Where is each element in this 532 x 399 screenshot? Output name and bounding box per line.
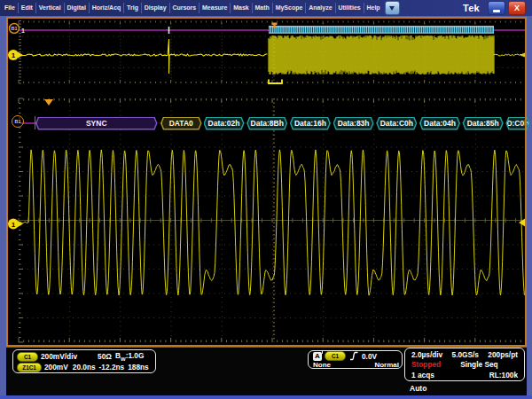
readout-row: 2.0µs/div 5.0GS/s 200ps/pt bbox=[411, 349, 518, 360]
bus-decode-label: Data:85h bbox=[464, 118, 502, 129]
acq-sequence: Single Seq bbox=[460, 360, 497, 369]
trigger-level: 0.0V bbox=[362, 352, 377, 361]
menu-right-group: Tek X bbox=[385, 0, 532, 16]
menu-item-math[interactable]: Math bbox=[253, 0, 272, 16]
bus-decode-box-data-83h[interactable]: Data:83h bbox=[333, 117, 374, 130]
readout-row: None Normal bbox=[313, 361, 399, 369]
bus-decode-label: D:C0h bbox=[507, 118, 528, 129]
bus-decode-label: Data:04h bbox=[421, 118, 459, 129]
acq-state: Stopped bbox=[411, 360, 441, 369]
menu-item-cursors[interactable]: Cursors bbox=[170, 0, 200, 16]
horizontal-readout-box[interactable]: 2.0µs/div 5.0GS/s 200ps/pt Stopped Singl… bbox=[404, 348, 525, 381]
acq-count: 1 acqs bbox=[411, 371, 434, 379]
trigger-readout-box[interactable]: A C1 0.0V None Normal bbox=[308, 350, 403, 369]
channel-readout-box[interactable]: C1 200mV/div 50Ω BW:1.0G Z1C1 200mV 20.0… bbox=[12, 349, 156, 373]
minimize-button[interactable] bbox=[488, 1, 505, 15]
scope-display: B1111 B1 SYNCDATA0Data:02hData:8BhData:1… bbox=[6, 17, 527, 347]
menu-dropdown-button[interactable] bbox=[385, 1, 400, 15]
rising-edge-icon bbox=[349, 351, 359, 361]
bus-decode-label: SYNC bbox=[37, 118, 157, 129]
menu-items-group: FileEditVerticalDigitalHoriz/AcqTrigDisp… bbox=[0, 0, 383, 16]
readout-row: A C1 0.0V bbox=[313, 352, 399, 362]
ch1-scale: 200mV/div bbox=[41, 352, 77, 361]
bus-decode-label: Data:83h bbox=[334, 118, 372, 129]
rising-edge-path bbox=[350, 353, 358, 360]
chevron-down-icon bbox=[389, 6, 395, 11]
overview-b1-label: B1 bbox=[11, 26, 17, 31]
bus-decode-box-data-8bh[interactable]: Data:8Bh bbox=[246, 117, 287, 130]
overview-baseline-trace bbox=[19, 39, 268, 74]
overview-burst bbox=[269, 35, 494, 74]
close-button[interactable]: X bbox=[508, 1, 526, 15]
horiz-scale: 2.0µs/div bbox=[411, 350, 442, 359]
menu-item-utilities[interactable]: Utilities bbox=[336, 0, 364, 16]
readout-row: Z1C1 200mV 20.0ns -12.2ns 188ns bbox=[17, 362, 152, 372]
bus-decode-box-data-04h[interactable]: Data:04h bbox=[419, 117, 460, 130]
trigger-a-icon: A bbox=[313, 352, 322, 361]
close-icon: X bbox=[514, 4, 520, 12]
scope-graticule-svg: B1111 bbox=[6, 17, 527, 347]
oscilloscope-app: { "menu": { "items": ["File","Edit","Ver… bbox=[0, 0, 532, 399]
zoom-scale: 200mV bbox=[44, 363, 68, 372]
bus-decode-box-data-85h[interactable]: Data:85h bbox=[463, 117, 504, 130]
menu-item-analyze[interactable]: Analyze bbox=[306, 0, 334, 16]
zoom-t3: 188ns bbox=[128, 363, 149, 372]
menu-item-vertical[interactable]: Vertical bbox=[36, 0, 64, 16]
menu-item-display[interactable]: Display bbox=[142, 0, 169, 16]
trigger-mode: None bbox=[313, 361, 331, 369]
bus-decode-box-sync[interactable]: SYNC bbox=[35, 117, 158, 130]
menu-item-horiz-acq[interactable]: Horiz/Acq bbox=[90, 0, 123, 16]
bus-decode-box-d-c0h[interactable]: D:C0h bbox=[505, 117, 529, 130]
record-length: RL:100k bbox=[489, 371, 518, 379]
sample-rate: 5.0GS/s bbox=[452, 350, 479, 359]
zoom-t1: 20.0ns bbox=[73, 363, 96, 372]
overview-channel-arrow bbox=[18, 52, 23, 59]
readout-panel: C1 200mV/div 50Ω BW:1.0G Z1C1 200mV 20.0… bbox=[6, 348, 527, 395]
readout-row: Stopped Single Seq bbox=[411, 360, 518, 371]
ch1-impedance: 50Ω bbox=[98, 352, 112, 361]
trigger-mode-auto: Auto bbox=[410, 384, 426, 393]
readout-row: 1 acqs RL:100k bbox=[411, 370, 518, 380]
tek-logo: Tek bbox=[463, 3, 480, 13]
bus-decode-label: DATA0 bbox=[162, 118, 201, 129]
bus-decode-row: SYNCDATA0Data:02hData:8BhData:16hData:83… bbox=[6, 116, 529, 131]
bus-decode-box-data-c0h[interactable]: Data:C0h bbox=[376, 117, 417, 130]
ch1-bandwidth: BW:1.0G bbox=[115, 351, 144, 362]
overview-channel-number: 1 bbox=[12, 51, 16, 59]
bus-decode-label: Data:02h bbox=[205, 118, 243, 129]
zoom-t2: -12.2ns bbox=[99, 363, 125, 372]
bus-decode-box-data0[interactable]: DATA0 bbox=[160, 117, 202, 130]
sample-resolution: 200ps/pt bbox=[488, 350, 518, 359]
readout-row: C1 200mV/div 50Ω BW:1.0G bbox=[17, 351, 152, 362]
menu-item-trig[interactable]: Trig bbox=[124, 0, 141, 16]
main-channel-number: 1 bbox=[12, 221, 16, 229]
bus-decode-label: Data:C0h bbox=[378, 118, 416, 129]
menu-item-digital[interactable]: Digital bbox=[65, 0, 89, 16]
menu-item-edit[interactable]: Edit bbox=[19, 0, 35, 16]
minimize-icon bbox=[493, 10, 500, 12]
overview-right-marker bbox=[520, 52, 526, 58]
bus-decode-box-data-02h[interactable]: Data:02h bbox=[204, 117, 245, 130]
menu-bar: FileEditVerticalDigitalHoriz/AcqTrigDisp… bbox=[0, 0, 532, 16]
channel1-badge: C1 bbox=[17, 352, 38, 362]
bw-value: :1.0G bbox=[126, 351, 145, 360]
menu-item-help[interactable]: Help bbox=[364, 0, 383, 16]
menu-item-myscope[interactable]: MyScope bbox=[273, 0, 306, 16]
bus-b1-marker-main[interactable]: B1 bbox=[12, 115, 24, 128]
bus-decode-label: Data:8Bh bbox=[248, 118, 286, 129]
menu-item-measure[interactable]: Measure bbox=[200, 0, 230, 16]
bus-decode-box-data-16h[interactable]: Data:16h bbox=[290, 117, 331, 130]
overview-bus-number: 1 bbox=[21, 27, 25, 34]
window-bottom-edge bbox=[0, 395, 532, 399]
zoom1-badge: Z1C1 bbox=[17, 363, 42, 372]
trigger-type: Normal bbox=[374, 361, 399, 369]
bus-decode-label: Data:16h bbox=[291, 118, 329, 129]
bus-start-tick bbox=[35, 116, 36, 129]
trigger-source-badge: C1 bbox=[325, 351, 346, 361]
zoom-window-bracket bbox=[269, 80, 282, 84]
zoom-reference-marker bbox=[44, 99, 53, 106]
menu-item-mask[interactable]: Mask bbox=[231, 0, 251, 16]
menu-item-file[interactable]: File bbox=[2, 0, 18, 16]
trigger-level-arrow bbox=[519, 218, 526, 227]
